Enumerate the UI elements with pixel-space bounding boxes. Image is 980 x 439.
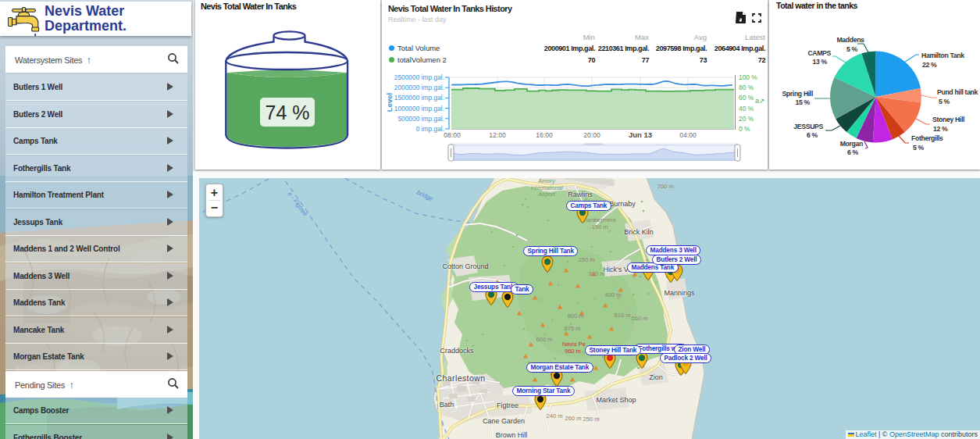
svg-text:Morgan: Morgan: [840, 140, 863, 148]
svg-text:Maddens: Maddens: [836, 36, 864, 44]
svg-text:500000 imp.gal.: 500000 imp.gal.: [397, 115, 444, 123]
svg-text:12 %: 12 %: [933, 125, 948, 133]
svg-text:0 imp.gal.: 0 imp.gal.: [416, 125, 444, 133]
svg-text:a↗: a↗: [755, 97, 765, 105]
svg-text:16:00: 16:00: [536, 131, 553, 139]
svg-text:80 %: 80 %: [739, 84, 754, 91]
svg-text:JESSUPS: JESSUPS: [793, 123, 823, 130]
svg-text:Hamilton Tank: Hamilton Tank: [921, 52, 964, 59]
svg-text:13 %: 13 %: [813, 58, 828, 66]
svg-text:15 %: 15 %: [796, 98, 811, 106]
svg-text:Stoney Hill: Stoney Hill: [932, 116, 964, 123]
svg-text:2000000 imp.gal.: 2000000 imp.gal.: [394, 84, 444, 91]
svg-text:CAMPS: CAMPS: [807, 49, 831, 57]
svg-text:100 %: 100 %: [739, 73, 757, 81]
svg-text:22 %: 22 %: [922, 61, 937, 69]
svg-text:20 %: 20 %: [739, 115, 754, 123]
svg-text:20:00: 20:00: [583, 131, 600, 139]
svg-text:12:00: 12:00: [489, 131, 506, 139]
svg-text:6 %: 6 %: [847, 148, 859, 156]
svg-text:Jun 13: Jun 13: [629, 130, 652, 139]
svg-text:08:00: 08:00: [444, 131, 461, 139]
svg-text:1500000 imp.gal.: 1500000 imp.gal.: [394, 94, 444, 102]
svg-text:6 %: 6 %: [807, 131, 818, 139]
svg-text:5 %: 5 %: [939, 98, 950, 105]
svg-text:60 %: 60 %: [739, 94, 754, 102]
svg-text:Pund hill tank: Pund hill tank: [937, 88, 978, 96]
svg-text:2500000 imp.gal.: 2500000 imp.gal.: [394, 73, 444, 81]
svg-text:04:00: 04:00: [679, 131, 697, 139]
svg-text:0 %: 0 %: [739, 125, 750, 133]
svg-text:40 %: 40 %: [739, 105, 754, 112]
svg-text:1000000 imp.gal.: 1000000 imp.gal.: [394, 105, 444, 112]
svg-text:Level: Level: [385, 93, 394, 112]
svg-text:5 %: 5 %: [846, 45, 858, 53]
svg-text:5 %: 5 %: [913, 144, 925, 152]
svg-text:Spring Hill: Spring Hill: [782, 90, 813, 98]
svg-text:74 %: 74 %: [265, 102, 310, 123]
svg-text:Fothergills: Fothergills: [911, 134, 943, 142]
